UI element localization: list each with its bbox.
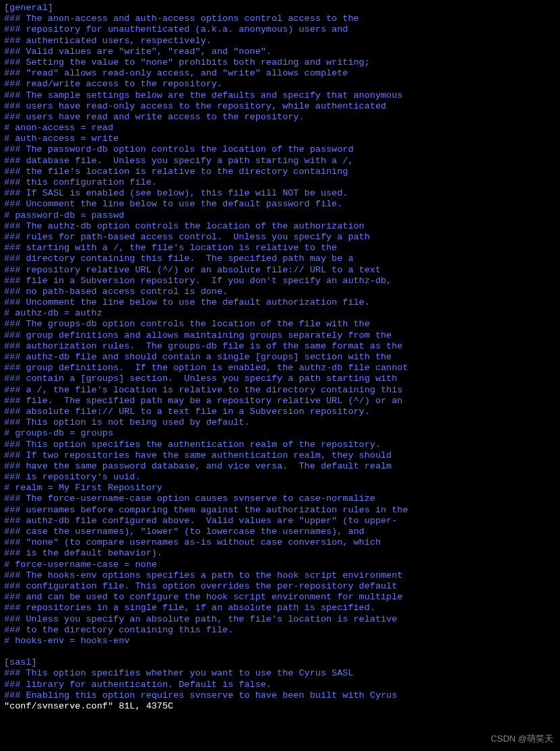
terminal-line: ### the file's location is relative to t… xyxy=(4,167,556,177)
terminal-line: ### directory containing this file. The … xyxy=(4,253,556,264)
terminal-line: ### repository for unauthenticated (a.k.… xyxy=(4,24,556,35)
terminal-line: ### This option is not being used by def… xyxy=(4,417,556,428)
terminal-line: ### file. The specified path may be a re… xyxy=(4,396,556,407)
terminal-line: ### group definitions. If the option is … xyxy=(4,363,556,373)
terminal-line: ### users have read and write access to … xyxy=(4,112,556,123)
terminal-line: ### The anon-access and auth-access opti… xyxy=(4,13,556,24)
terminal-line: ### is repository's uuid. xyxy=(4,472,556,483)
terminal-line: ### case the usernames), "lower" (to low… xyxy=(4,527,556,537)
terminal-line: ### Uncomment the line below to use the … xyxy=(4,297,556,308)
terminal-line: ### The groups-db option controls the lo… xyxy=(4,319,556,330)
terminal-line: ### starting with a /, the file's locati… xyxy=(4,243,556,253)
terminal-line: ### no path-based access control is done… xyxy=(4,287,556,297)
terminal-line xyxy=(4,647,556,657)
terminal-line: ### repository relative URL (^/) or an a… xyxy=(4,265,556,276)
terminal-line: ### authenticated users, respectively. xyxy=(4,36,556,47)
terminal-line: ### library for authentication. Default … xyxy=(4,680,556,690)
terminal-line: ### Unless you specify an absolute path,… xyxy=(4,614,556,625)
terminal-line: ### If SASL is enabled (see below), this… xyxy=(4,188,556,199)
terminal-line: ### Enabling this option requires svnser… xyxy=(4,690,556,701)
terminal-line: "conf/svnserve.conf" 81L, 4375C xyxy=(4,701,556,712)
terminal-view[interactable]: [general]### The anon-access and auth-ac… xyxy=(4,3,556,712)
terminal-line: ### "none" (to compare usernames as-is w… xyxy=(4,537,556,548)
terminal-line: ### a /, the file's location is relative… xyxy=(4,385,556,396)
terminal-line: ### The force-username-case option cause… xyxy=(4,493,556,504)
terminal-line: ### Valid values are "write", "read", an… xyxy=(4,47,556,57)
terminal-line: ### Setting the value to "none" prohibit… xyxy=(4,57,556,68)
terminal-line: ### The password-db option controls the … xyxy=(4,144,556,155)
terminal-line: ### have the same password database, and… xyxy=(4,461,556,472)
terminal-line: ### absolute file:// URL to a text file … xyxy=(4,407,556,417)
terminal-line: ### "read" allows read-only access, and … xyxy=(4,68,556,79)
terminal-line: ### This option specifies the authentica… xyxy=(4,440,556,450)
terminal-line: ### repositories in a single file, if an… xyxy=(4,603,556,613)
terminal-line: ### authz-db file configured above. Vali… xyxy=(4,516,556,527)
terminal-line: ### is the default behavior). xyxy=(4,548,556,559)
terminal-line: ### usernames before comparing them agai… xyxy=(4,505,556,516)
terminal-line: ### read/write access to the repository. xyxy=(4,79,556,90)
terminal-line: ### and can be used to configure the hoo… xyxy=(4,592,556,603)
terminal-line: # groups-db = groups xyxy=(4,428,556,439)
terminal-line: ### configuration file. This option over… xyxy=(4,581,556,592)
terminal-line: ### database file. Unless you specify a … xyxy=(4,156,556,167)
terminal-line: ### If two repositories have the same au… xyxy=(4,450,556,461)
terminal-line: ### users have read-only access to the r… xyxy=(4,101,556,112)
terminal-line: ### The sample settings below are the de… xyxy=(4,90,556,101)
terminal-line: ### to the directory containing this fil… xyxy=(4,625,556,636)
terminal-line: ### contain a [groups] section. Unless y… xyxy=(4,373,556,384)
terminal-line: ### authorization rules. The groups-db f… xyxy=(4,341,556,352)
terminal-line: ### This option specifies whether you wa… xyxy=(4,668,556,679)
terminal-line: # authz-db = authz xyxy=(4,308,556,319)
terminal-line: ### this configuration file. xyxy=(4,177,556,188)
watermark-label: CSDN @萌笑天 xyxy=(491,733,553,744)
terminal-line: ### authz-db file and should contain a s… xyxy=(4,352,556,363)
terminal-line: ### group definitions and allows maintai… xyxy=(4,330,556,341)
terminal-line: # anon-access = read xyxy=(4,123,556,133)
terminal-line: ### The hooks-env options specifies a pa… xyxy=(4,570,556,581)
terminal-line: # auth-access = write xyxy=(4,133,556,144)
terminal-line: # realm = My First Repository xyxy=(4,483,556,493)
terminal-line: # hooks-env = hooks-env xyxy=(4,636,556,647)
terminal-line: [general] xyxy=(4,3,556,13)
terminal-line: # force-username-case = none xyxy=(4,560,556,570)
terminal-line: ### file in a Subversion repository. If … xyxy=(4,276,556,287)
terminal-line: # password-db = passwd xyxy=(4,210,556,221)
terminal-line: ### rules for path-based access control.… xyxy=(4,232,556,243)
terminal-line: ### The authz-db option controls the loc… xyxy=(4,221,556,232)
terminal-line: ### Uncomment the line below to use the … xyxy=(4,199,556,210)
terminal-line: [sasl] xyxy=(4,657,556,668)
